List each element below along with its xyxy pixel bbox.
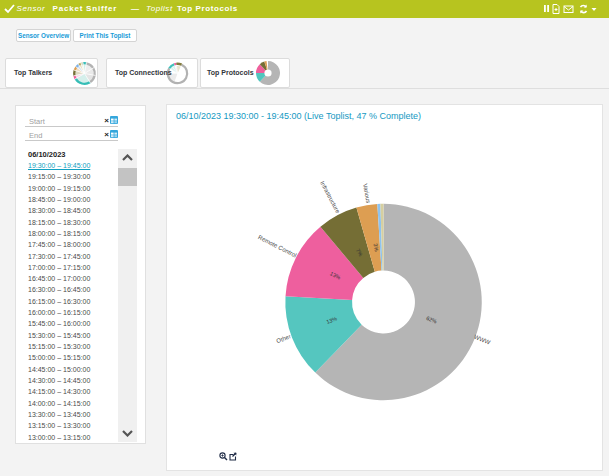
svg-text:Infrastructure: Infrastructure	[319, 180, 341, 215]
svg-text:Remote Control: Remote Control	[257, 234, 297, 258]
svg-text:Various: Various	[362, 183, 371, 204]
svg-text:Other: Other	[275, 333, 291, 344]
svg-text:WWW: WWW	[473, 334, 491, 346]
